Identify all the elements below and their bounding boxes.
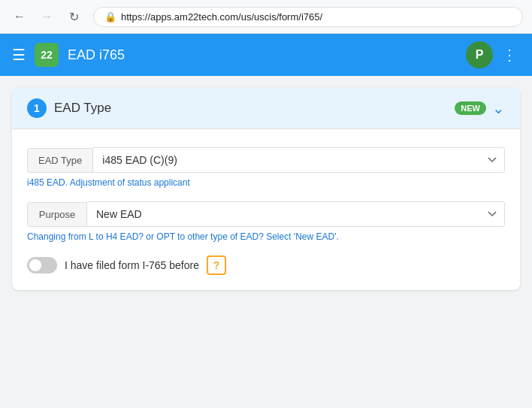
ead-type-card: 1 EAD Type NEW ⌄ EAD Type i485 EAD (C)(9…: [12, 88, 520, 290]
avatar[interactable]: P: [466, 41, 493, 68]
url-text: https://apps.am22tech.com/us/uscis/form/…: [121, 11, 322, 23]
purpose-label: Purpose: [27, 202, 87, 227]
purpose-hint: Changing from L to H4 EAD? or OPT to oth…: [27, 231, 505, 242]
header-left: ☰ 22 EAD i765: [12, 43, 125, 67]
help-button[interactable]: ?: [207, 255, 226, 275]
section-title: EAD Type: [54, 101, 111, 116]
ead-type-label: EAD Type: [27, 148, 93, 173]
toggle-row: I have filed form I-765 before ?: [27, 255, 505, 275]
chevron-down-icon[interactable]: ⌄: [492, 99, 505, 117]
ead-type-hint: i485 EAD. Adjustment of status applicant: [27, 177, 505, 188]
lock-icon: 🔒: [104, 11, 116, 23]
toggle-label: I have filed form I-765 before: [65, 259, 199, 271]
reload-button[interactable]: ↻: [63, 6, 84, 27]
address-bar[interactable]: 🔒 https://apps.am22tech.com/us/uscis/for…: [93, 7, 523, 27]
card-header-left: 1 EAD Type: [27, 98, 111, 118]
app-title: EAD i765: [68, 47, 125, 63]
browser-chrome: ← → ↻ 🔒 https://apps.am22tech.com/us/usc…: [0, 0, 532, 34]
toggle-slider: [27, 257, 57, 274]
step-number: 1: [27, 98, 47, 118]
ead-type-select[interactable]: i485 EAD (C)(9) H4 EAD (C)(26) OPT EAD (…: [93, 147, 505, 173]
card-header: 1 EAD Type NEW ⌄: [12, 88, 520, 129]
nav-buttons: ← → ↻: [9, 6, 84, 27]
more-icon[interactable]: ⋮: [499, 43, 520, 67]
header-right: P ⋮: [466, 41, 520, 68]
hamburger-icon[interactable]: ☰: [12, 46, 26, 64]
back-button[interactable]: ←: [9, 6, 30, 27]
purpose-row: Purpose New EAD Renewal EAD Replacement …: [27, 201, 505, 227]
filed-before-toggle[interactable]: [27, 257, 57, 274]
purpose-select[interactable]: New EAD Renewal EAD Replacement EAD: [87, 201, 505, 227]
card-header-right: NEW ⌄: [455, 99, 505, 117]
ead-type-row: EAD Type i485 EAD (C)(9) H4 EAD (C)(26) …: [27, 147, 505, 173]
main-content: 1 EAD Type NEW ⌄ EAD Type i485 EAD (C)(9…: [0, 76, 532, 302]
app-header: ☰ 22 EAD i765 P ⋮: [0, 34, 532, 76]
forward-button[interactable]: →: [36, 6, 57, 27]
card-body: EAD Type i485 EAD (C)(9) H4 EAD (C)(26) …: [12, 129, 520, 290]
logo-badge: 22: [35, 43, 59, 67]
new-badge: NEW: [455, 101, 486, 115]
